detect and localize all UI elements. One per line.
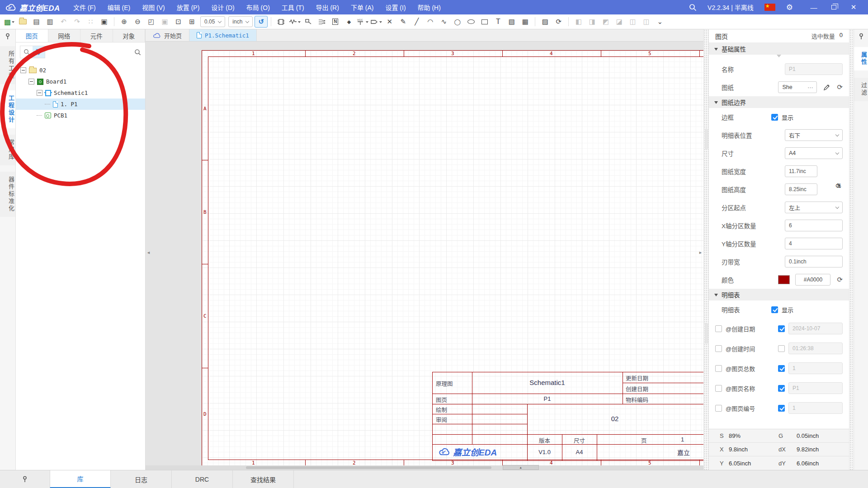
draw-bezier-button[interactable]: ∿	[437, 16, 450, 28]
tab-library[interactable]: 库	[50, 470, 111, 488]
pin-icon[interactable]	[5, 33, 11, 40]
china-flag-icon[interactable]: ★	[764, 4, 775, 11]
color-swatch[interactable]	[778, 275, 790, 284]
horizontal-scrollbar[interactable]	[146, 465, 703, 470]
menu-place[interactable]: 放置 (P)	[171, 0, 206, 14]
scrollbar-handle[interactable]	[705, 323, 708, 344]
menu-settings[interactable]: 设置 (I)	[379, 0, 411, 14]
dock-tab-properties[interactable]: 属性	[854, 47, 868, 70]
reuse-sheet-button[interactable]: ▨	[538, 16, 552, 28]
menu-design[interactable]: 设计 (D)	[205, 0, 240, 14]
align-right-button[interactable]: ◨	[585, 16, 599, 28]
band-width-input[interactable]	[785, 256, 843, 267]
scrollbar-handle[interactable]	[705, 129, 708, 150]
open-folder-button[interactable]	[16, 16, 29, 28]
draw-ellipse-button[interactable]	[464, 16, 477, 28]
dock-tab-all-projects[interactable]: 所有工程	[0, 46, 15, 84]
attr-select-checkbox[interactable]	[715, 385, 722, 392]
align-bottom-button[interactable]: ◪	[613, 16, 626, 28]
dock-tab-project-design[interactable]: 工程设计	[0, 90, 15, 128]
menu-help[interactable]: 帮助 (H)	[412, 0, 447, 14]
dock-tab-part-standard[interactable]: 器件标准化	[0, 172, 15, 217]
scrollbar-handle[interactable]	[246, 466, 491, 469]
search-icon[interactable]	[20, 46, 33, 58]
zoom-out-button[interactable]: ⊖	[131, 16, 144, 28]
attr-show-checkbox[interactable]	[778, 385, 785, 392]
menu-edit[interactable]: 编辑 (E)	[102, 0, 137, 14]
zoom-fit-button[interactable]: ◰	[145, 16, 158, 28]
menu-layout[interactable]: 布局 (O)	[241, 0, 276, 14]
align-left-button[interactable]: ◧	[572, 16, 585, 28]
attr-show-checkbox[interactable]	[778, 365, 785, 372]
attr-show-checkbox[interactable]	[778, 325, 785, 332]
name-input[interactable]	[785, 63, 843, 75]
draw-arc-button[interactable]: ◠	[424, 16, 437, 28]
pin-icon[interactable]	[0, 476, 50, 483]
bom-show-checkbox[interactable]	[771, 306, 778, 313]
tree-item-schematic[interactable]: Schematic1	[16, 87, 145, 99]
tree-item-sheet-p1[interactable]: 1. P1	[16, 99, 145, 110]
attr-value-input[interactable]	[788, 382, 843, 394]
reset-color-icon[interactable]: ⟳	[837, 276, 843, 284]
tab-nets[interactable]: 网络	[48, 29, 81, 42]
insert-table-button[interactable]: ▦	[519, 16, 532, 28]
tab-components[interactable]: 元件	[80, 29, 113, 42]
align-center-v-button[interactable]: ◫	[640, 16, 653, 28]
menu-view[interactable]: 视图 (V)	[136, 0, 171, 14]
place-net-label-button[interactable]: N	[329, 16, 342, 28]
attr-select-checkbox[interactable]	[715, 325, 722, 332]
dock-tab-filter[interactable]: 过滤	[854, 78, 868, 101]
attr-select-checkbox[interactable]	[715, 365, 722, 372]
sheet-width-input[interactable]	[785, 165, 817, 177]
toolbar-more-button[interactable]: ⌄	[653, 16, 666, 28]
attr-value-input[interactable]	[788, 343, 843, 354]
search-icon[interactable]	[689, 4, 697, 11]
canvas-vertical-scrollbar[interactable]	[703, 29, 709, 470]
tab-schematic-p1[interactable]: P1.Schematic1	[189, 29, 257, 41]
sheet-template-select[interactable]: She ⋯	[778, 81, 817, 93]
properties-scrollbar[interactable]	[849, 29, 854, 470]
snap-size-select[interactable]: 0.05	[200, 16, 225, 27]
tree-item-pcb[interactable]: PCB1	[16, 110, 145, 121]
x-zones-input[interactable]	[785, 220, 843, 231]
attr-value-input[interactable]	[788, 323, 843, 334]
place-probe-button[interactable]: ◆	[342, 16, 355, 28]
filter-funnel-icon[interactable]	[33, 46, 45, 58]
tab-log[interactable]: 日志	[111, 470, 172, 488]
place-power-flag-button[interactable]: VCC	[356, 16, 369, 28]
attr-select-checkbox[interactable]	[715, 405, 722, 412]
refresh-icon[interactable]: ⟳	[837, 83, 843, 91]
tree-search-input[interactable]	[45, 46, 134, 58]
pin-icon[interactable]	[858, 33, 864, 40]
tab-drc[interactable]: DRC	[172, 470, 233, 488]
panel-collapse-handle[interactable]	[709, 55, 849, 60]
tab-objects[interactable]: 对象	[113, 29, 146, 42]
zoom-window-button[interactable]: ▣	[158, 16, 171, 28]
place-resistor-button[interactable]	[288, 16, 301, 28]
save-button[interactable]: ▤	[30, 16, 43, 28]
zoom-area-button[interactable]: ⊡	[172, 16, 185, 28]
components-button[interactable]: ∷	[84, 16, 97, 28]
search-submit-icon[interactable]	[134, 49, 141, 56]
tab-search-results[interactable]: 查找结果	[233, 470, 294, 488]
place-net-port-button[interactable]	[302, 16, 315, 28]
sheet-size-select[interactable]: A4	[785, 147, 843, 159]
update-symbols-button[interactable]: ⟳	[552, 16, 565, 28]
color-hex-value[interactable]: #A0000	[795, 274, 830, 286]
dock-tab-common[interactable]: 常用库	[0, 135, 15, 165]
ellipsis-icon[interactable]: ⋯	[807, 84, 813, 91]
tree-item-board[interactable]: Board1	[16, 76, 145, 87]
menu-order[interactable]: 下单 (A)	[345, 0, 380, 14]
bom-position-select[interactable]: 右下	[785, 129, 843, 141]
zoom-in-button[interactable]: ⊕	[118, 16, 131, 28]
file-history-button[interactable]: ▥	[43, 16, 57, 28]
tree-item-project[interactable]: 02	[16, 65, 145, 76]
draw-text-button[interactable]: T	[491, 16, 505, 28]
gear-icon[interactable]: ⚙	[786, 4, 793, 11]
place-port-flag-button[interactable]	[369, 16, 382, 28]
menu-tools[interactable]: 工具 (T)	[276, 0, 310, 14]
expander-icon[interactable]	[20, 67, 26, 73]
align-center-h-button[interactable]: ◫	[626, 16, 639, 28]
place-net-flag-button[interactable]	[315, 16, 328, 28]
section-bom[interactable]: 明细表	[709, 289, 849, 300]
